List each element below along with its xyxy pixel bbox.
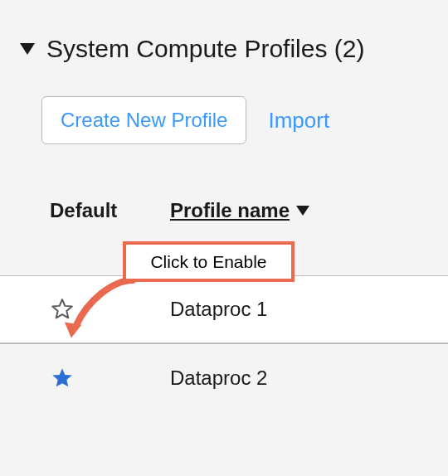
column-header-profile-name[interactable]: Profile name (170, 199, 309, 222)
compute-profiles-panel: System Compute Profiles (2) Create New P… (0, 0, 448, 476)
create-new-profile-button[interactable]: Create New Profile (41, 96, 246, 144)
annotation-text: Click to Enable (150, 252, 266, 272)
annotation-callout: Click to Enable (123, 241, 295, 282)
collapse-caret-icon[interactable] (20, 43, 35, 55)
profiles-table: Default Profile name Dataproc 1 (0, 194, 448, 411)
default-toggle-cell (50, 366, 170, 391)
column-header-profile-name-label: Profile name (170, 199, 290, 222)
svg-marker-1 (296, 206, 309, 216)
svg-marker-0 (20, 43, 35, 55)
table-row[interactable]: Dataproc 2 (0, 343, 448, 411)
sort-descending-icon (296, 206, 309, 216)
table-body: Dataproc 1 Dataproc 2 (0, 275, 448, 411)
import-link[interactable]: Import (268, 108, 329, 134)
column-header-default[interactable]: Default (50, 199, 170, 222)
table-header-row: Default Profile name (0, 194, 448, 227)
profile-name-cell: Dataproc 1 (170, 298, 267, 321)
profile-name-cell: Dataproc 2 (170, 367, 267, 390)
star-filled-icon[interactable] (50, 366, 75, 391)
section-title: System Compute Profiles (2) (46, 35, 364, 63)
action-bar: Create New Profile Import (0, 63, 448, 144)
section-header[interactable]: System Compute Profiles (2) (0, 0, 448, 63)
